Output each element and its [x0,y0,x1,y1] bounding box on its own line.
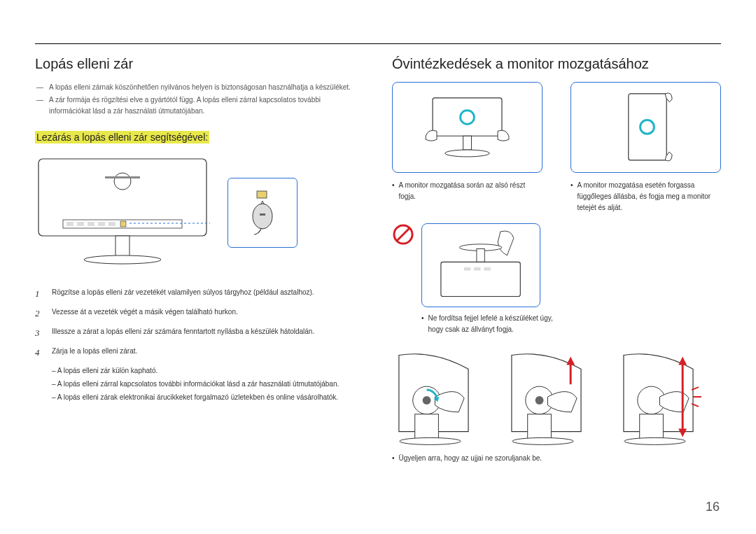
bullet-dot-icon: • [570,180,573,213]
note-1-text: A lopás elleni zárnak köszönhetően nyilv… [49,82,351,93]
svg-rect-20 [629,94,666,160]
left-column: Lopás elleni zár ― A lopás elleni zárnak… [35,42,364,464]
lock-diagram-row [35,153,364,272]
top-diagram-row: • A monitor mozgatása során az alsó rész… [392,82,721,213]
sub-3: A lopás elleni zárak elektronikai árucik… [52,391,364,403]
svg-rect-6 [88,222,94,226]
prohibit-row: • Ne fordítsa fejjel lefelé a készüléket… [392,223,721,335]
step-1: Rögzítse a lopás elleni zár vezetékét va… [35,286,364,302]
svg-point-11 [84,255,161,264]
right-heading: Óvintézkedések a monitor mozgatásához [392,56,721,72]
svg-rect-7 [98,222,105,226]
page-number: 16 [706,500,720,514]
svg-rect-29 [484,267,491,271]
svg-rect-9 [120,221,126,227]
step-2-text: Vezesse át a vezeték végét a másik végen… [52,306,238,321]
right-column: Óvintézkedések a monitor mozgatásához • [392,42,721,464]
bullet-dot-icon: • [392,453,395,464]
svg-line-23 [397,228,410,241]
finger-height-diagram [505,348,609,446]
svg-rect-4 [66,222,74,226]
left-heading: Lopás elleni zár [35,56,364,72]
svg-rect-8 [108,222,115,226]
page-content: Lopás elleni zár ― A lopás elleni zárnak… [0,0,756,485]
bullet-bottom-text: Ügyeljen arra, hogy az ujjai ne szorulja… [399,453,542,464]
rule-top [35,43,721,44]
svg-point-49 [624,437,685,444]
step-3-text: Illessze a zárat a lopás elleni zár szám… [52,325,314,341]
note-2-text: A zár formája és rögzítési elve a gyártó… [49,94,364,117]
bullet-mid-text: Ne fordítsa fejjel lefelé a készüléket ú… [428,313,561,335]
svg-rect-5 [77,222,84,226]
svg-marker-43 [679,357,687,365]
svg-marker-44 [679,429,687,437]
upside-down-diagram [421,223,540,307]
svg-rect-39 [527,414,551,440]
step-2: Vezesse át a vezeték végét a másik végen… [35,306,364,321]
svg-point-36 [535,396,543,405]
svg-rect-48 [640,414,664,440]
note-1: ― A lopás elleni zárnak köszönhetően nyi… [35,82,364,93]
svg-point-40 [512,437,573,444]
left-subheading: Lezárás a lopás elleni zár segítségével: [35,131,209,143]
finger-tilt-diagram [392,348,496,446]
svg-rect-27 [464,267,470,271]
svg-point-34 [400,437,461,444]
svg-point-31 [423,396,431,405]
carry-bottom-cell: • A monitor mozgatása során az alsó rész… [392,82,542,213]
bullet-top-left-text: A monitor mozgatása során az alsó részt … [399,180,542,202]
bullet-top-right: • A monitor mozgatása esetén forgassa fü… [570,180,721,213]
step-4: Zárja le a lopás elleni zárat. [35,345,364,360]
svg-rect-13 [257,191,267,198]
dash-icon: ― [35,82,45,93]
bullet-top-right-text: A monitor mozgatása esetén forgassa függ… [578,180,721,213]
svg-rect-28 [475,267,481,271]
step-4-text: Zárja le a lopás elleni zárat. [52,345,137,360]
finger-pinch-row [392,348,721,446]
step-1-text: Rögzítse a lopás elleni zár vezetékét va… [52,286,314,302]
svg-rect-16 [433,97,502,135]
monitor-back-diagram [35,153,210,272]
svg-rect-26 [441,262,520,296]
bullet-dot-icon: • [421,313,424,335]
sub-2: A lopás elleni zárral kapcsolatos tovább… [52,378,364,390]
step-3: Illessze a zárat a lopás elleni zár szám… [35,325,364,341]
carry-vertical-diagram [570,82,721,173]
prohibit-icon [392,223,414,246]
bullet-dot-icon: • [392,180,395,202]
lock-detail-box [227,178,298,248]
bullet-top-left: • A monitor mozgatása során az alsó rész… [392,180,542,202]
finger-pinch-warning-diagram [617,348,721,446]
svg-rect-25 [477,248,484,262]
svg-rect-10 [115,236,130,257]
bullet-mid: • Ne fordítsa fejjel lefelé a készüléket… [421,313,561,335]
svg-rect-15 [260,213,265,216]
carry-vertical-cell: • A monitor mozgatása esetén forgassa fü… [570,82,721,213]
note-2: ― A zár formája és rögzítési elve a gyár… [35,94,364,117]
bullet-bottom: • Ügyeljen arra, hogy az ujjai ne szorul… [392,453,721,464]
svg-rect-18 [463,136,472,150]
prohibit-cell: • Ne fordítsa fejjel lefelé a készüléket… [421,223,561,335]
svg-marker-38 [566,357,575,365]
steps-list: Rögzítse a lopás elleni zár vezetékét va… [35,286,364,360]
dash-icon: ― [35,94,45,117]
carry-bottom-diagram [392,82,542,173]
svg-point-19 [445,150,489,157]
sub-1: A lopás elleni zár külön kapható. [52,365,364,377]
svg-point-14 [253,204,272,229]
svg-rect-2 [105,176,140,178]
svg-rect-33 [415,414,439,440]
